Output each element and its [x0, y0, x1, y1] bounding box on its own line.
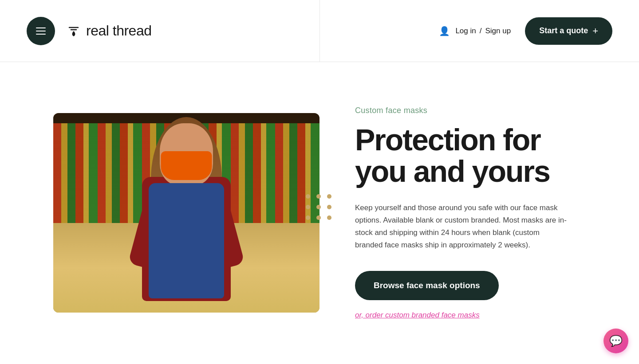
- hero-image: [53, 113, 320, 313]
- browse-button[interactable]: Browse face mask options: [355, 271, 499, 300]
- menu-button[interactable]: [27, 17, 55, 45]
- plus-icon: +: [592, 25, 598, 37]
- hero-image-inner: [53, 113, 320, 313]
- hero-headline: Protection for you and yours: [355, 124, 595, 188]
- start-quote-button[interactable]: Start a quote +: [525, 17, 612, 45]
- auth-links: 👤 Log in / Sign up: [439, 26, 511, 36]
- person-icon: 👤: [439, 26, 450, 36]
- dots-decoration: [304, 193, 333, 225]
- hero-content: Custom face masks Protection for you and…: [355, 106, 595, 320]
- logo-icon: [66, 23, 82, 39]
- login-link[interactable]: Log in: [455, 27, 476, 35]
- chat-widget[interactable]: 💬: [604, 329, 628, 353]
- auth-separator: /: [480, 27, 482, 35]
- main-content: Custom face masks Protection for you and…: [0, 62, 639, 364]
- signup-link[interactable]: Sign up: [485, 27, 511, 35]
- header-left: real thread: [27, 17, 151, 45]
- person-figure: [115, 113, 257, 313]
- hamburger-icon: [36, 27, 46, 35]
- face-mask: [161, 151, 212, 180]
- logo-text: real thread: [86, 23, 151, 39]
- chat-icon: 💬: [609, 335, 623, 347]
- apron: [149, 183, 224, 298]
- headline-line2: you and yours: [355, 154, 550, 188]
- start-quote-label: Start a quote: [539, 26, 588, 35]
- custom-order-link[interactable]: or, order custom branded face masks: [355, 311, 595, 320]
- hero-description: Keep yourself and those around you safe …: [355, 202, 568, 251]
- headline-line1: Protection for: [355, 123, 540, 157]
- category-label: Custom face masks: [355, 106, 595, 115]
- site-header: real thread 👤 Log in / Sign up Start a q…: [0, 0, 639, 62]
- header-divider: [320, 0, 320, 62]
- header-right: 👤 Log in / Sign up Start a quote +: [439, 17, 612, 45]
- logo-link[interactable]: real thread: [66, 23, 151, 39]
- hero-image-section: [53, 113, 320, 313]
